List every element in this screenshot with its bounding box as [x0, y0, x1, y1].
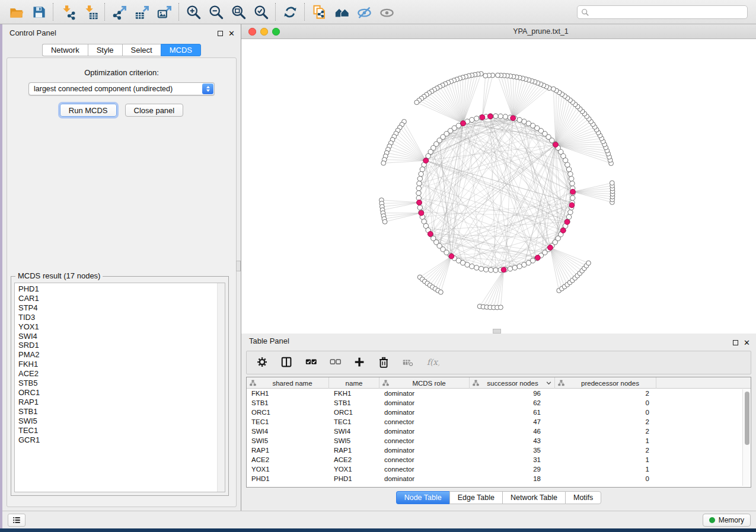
window-close-button[interactable]: [248, 28, 256, 36]
close-panel-icon[interactable]: ✕: [228, 30, 235, 37]
toggle-column-view-icon: [280, 356, 294, 369]
delete-table-button[interactable]: [401, 355, 416, 370]
table-row[interactable]: ACE2ACE2connector311: [247, 455, 751, 464]
mcds-result-item[interactable]: RAP1: [18, 398, 225, 407]
table-row[interactable]: YOX1YOX1connector291: [247, 464, 751, 474]
mcds-result-item[interactable]: PHD1: [18, 284, 225, 294]
mcds-result-item[interactable]: SRD1: [18, 341, 225, 350]
network-window: YPA_prune.txt_1: [241, 24, 756, 334]
mcds-result-item[interactable]: ACE2: [18, 369, 225, 379]
delete-column-button[interactable]: [377, 355, 391, 370]
hide-selected-icon: [356, 4, 372, 20]
memory-button[interactable]: Memory: [703, 514, 751, 527]
mcds-result-item[interactable]: STB5: [18, 379, 225, 388]
export-network-button[interactable]: [108, 2, 130, 22]
run-mcds-button[interactable]: Run MCDS: [60, 104, 117, 117]
mcds-result-list[interactable]: PHD1CAR1STP4TID3YOX1SWI4SRD1PMA2FKH1ACE2…: [14, 283, 225, 492]
mcds-result-item[interactable]: PMA2: [18, 350, 225, 360]
search-input[interactable]: [589, 7, 747, 18]
mcds-result-item[interactable]: CAR1: [18, 294, 225, 303]
mcds-result-item[interactable]: STP4: [18, 303, 225, 313]
tab-edge-table[interactable]: Edge Table: [449, 491, 502, 504]
zoom-in-button[interactable]: [182, 2, 205, 22]
table-divider-handle[interactable]: [493, 329, 501, 334]
clear-selection-checkboxes-button[interactable]: [328, 355, 343, 370]
window-minimize-button[interactable]: [260, 28, 268, 36]
tab-mcds[interactable]: MCDS: [161, 44, 201, 56]
tab-node-table[interactable]: Node Table: [396, 491, 449, 504]
show-all-button[interactable]: [375, 2, 398, 22]
close-table-panel-icon[interactable]: ✕: [744, 339, 750, 347]
task-history-button[interactable]: [8, 514, 25, 527]
table-cell: FKH1: [329, 389, 379, 398]
column-header-shared-name[interactable]: shared name: [247, 377, 329, 389]
mcds-result-item[interactable]: YOX1: [18, 322, 225, 332]
zoom-fit-button[interactable]: [227, 2, 250, 22]
apply-layout-button[interactable]: [279, 2, 301, 22]
network-canvas[interactable]: [241, 39, 756, 334]
mcds-result-item[interactable]: SWI5: [18, 416, 225, 426]
clone-network-button[interactable]: [308, 2, 330, 22]
column-header-successor-nodes[interactable]: successor nodes: [470, 377, 555, 389]
mcds-panel: Optimization criterion: largest connecte…: [7, 57, 237, 507]
column-header-label: shared name: [256, 380, 328, 387]
mcds-result-item[interactable]: FKH1: [18, 360, 225, 369]
zoom-out-button[interactable]: [205, 2, 227, 22]
first-neighbors-button[interactable]: [330, 2, 353, 22]
tab-network[interactable]: Network: [42, 44, 88, 56]
close-panel-button[interactable]: Close panel: [125, 104, 184, 117]
window-zoom-button[interactable]: [272, 28, 280, 36]
toolbar-separator: [275, 3, 276, 21]
tab-motifs[interactable]: Motifs: [565, 491, 601, 504]
add-column-button[interactable]: [353, 355, 367, 370]
table-row[interactable]: SWI4SWI4dominator462: [247, 427, 751, 436]
column-header-name[interactable]: name: [329, 377, 379, 389]
table-cell: SWI4: [329, 427, 379, 436]
table-row[interactable]: FKH1FKH1dominator962: [247, 389, 751, 398]
tab-style[interactable]: Style: [88, 44, 122, 56]
table-row[interactable]: TEC1TEC1connector472: [247, 417, 751, 427]
search-box[interactable]: [577, 5, 748, 19]
table-cell: dominator: [379, 389, 470, 398]
function-builder-button[interactable]: f(x): [426, 355, 440, 370]
table-row[interactable]: STB1STB1dominator620: [247, 398, 751, 408]
mcds-result-item[interactable]: TID3: [18, 313, 225, 322]
table-cell: 96: [470, 389, 555, 398]
criterion-select[interactable]: largest connected component (undirected): [28, 82, 215, 95]
table-row[interactable]: ORC1ORC1dominator610: [247, 408, 751, 417]
float-table-panel-icon[interactable]: [733, 340, 738, 345]
import-network-button[interactable]: [56, 2, 79, 22]
table-cell: SWI4: [247, 427, 329, 436]
column-header-predecessor-nodes[interactable]: predecessor nodes: [555, 377, 656, 389]
table-cell: SWI5: [329, 436, 379, 446]
toggle-column-view-button[interactable]: [280, 355, 294, 370]
table-scrollbar-thumb[interactable]: [745, 392, 749, 445]
import-table-button[interactable]: [79, 2, 101, 22]
toolbar-separator: [304, 3, 305, 21]
mcds-result-item[interactable]: SWI4: [18, 332, 225, 341]
tab-select[interactable]: Select: [122, 44, 161, 56]
panel-divider-handle[interactable]: [236, 261, 241, 271]
table-row[interactable]: RAP1RAP1dominator352: [247, 446, 751, 455]
select-all-checkboxes-button[interactable]: [304, 355, 318, 370]
settings-gear-button[interactable]: [256, 355, 270, 370]
table-row[interactable]: PHD1PHD1dominator180: [247, 474, 751, 483]
tab-network-table[interactable]: Network Table: [502, 491, 565, 504]
zoom-selected-button[interactable]: [250, 2, 272, 22]
save-session-button[interactable]: [27, 2, 50, 22]
mcds-list-scrollbar[interactable]: [217, 283, 225, 492]
mcds-result-item[interactable]: GCR1: [18, 435, 225, 445]
mcds-result-item[interactable]: TEC1: [18, 426, 225, 435]
float-panel-icon[interactable]: [218, 31, 223, 36]
control-panel-header: Control Panel ✕: [2, 24, 241, 42]
export-image-button[interactable]: [153, 2, 176, 22]
column-header-mcds-role[interactable]: MCDS role: [379, 377, 470, 389]
export-table-button[interactable]: [130, 2, 153, 22]
table-row[interactable]: SWI5SWI5connector431: [247, 436, 751, 446]
network-view[interactable]: [241, 39, 756, 334]
open-file-button[interactable]: [5, 2, 27, 22]
mcds-result-item[interactable]: ORC1: [18, 388, 225, 398]
desktop-edge-bottom: [0, 528, 756, 532]
mcds-result-item[interactable]: STB1: [18, 407, 225, 416]
hide-selected-button[interactable]: [353, 2, 375, 22]
